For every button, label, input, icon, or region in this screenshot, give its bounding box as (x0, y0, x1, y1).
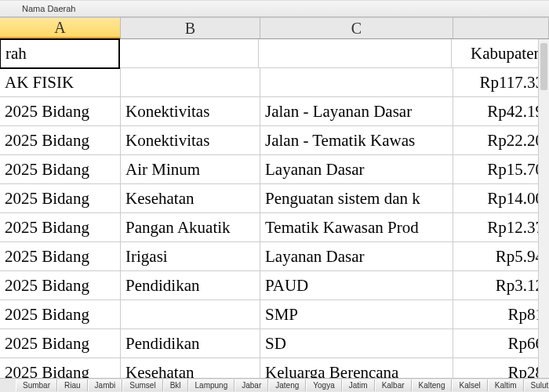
cell[interactable]: Pendidikan (121, 271, 260, 300)
sheet-tab[interactable]: Jabar (235, 379, 268, 391)
cell[interactable]: Kabupaten (452, 39, 547, 68)
cell[interactable]: Jalan - Tematik Kawas (260, 126, 453, 155)
sheet-tab[interactable]: Sumsel (122, 379, 162, 391)
cell[interactable]: 2025 Bidang (0, 271, 121, 300)
cell[interactable] (121, 68, 260, 97)
scroll-thumb[interactable] (540, 43, 547, 90)
cell[interactable]: 2025 Bidang (0, 97, 121, 126)
sheet-tab[interactable]: Kalsel (452, 379, 487, 391)
column-headers: A B C (0, 17, 549, 39)
cell[interactable]: Air Minum (121, 155, 260, 184)
cell[interactable]: Rp81 (453, 300, 549, 329)
formula-bar[interactable]: Nama Daerah (0, 0, 549, 17)
table-row: 2025 BidangKonektivitasJalan - Layanan D… (0, 97, 549, 126)
sheet-tab[interactable]: Yogya (306, 379, 341, 391)
cell[interactable]: Konektivitas (121, 97, 260, 126)
sheet-tab[interactable]: Kaltim (488, 379, 524, 391)
cell[interactable]: Rp66 (453, 329, 549, 358)
sheet-tab[interactable]: Jambi (88, 379, 123, 391)
sheet-tab[interactable]: Bkl (163, 379, 188, 391)
sheet-tab[interactable]: Riau (57, 379, 88, 391)
cell[interactable]: Layanan Dasar (260, 155, 453, 184)
col-header-c[interactable]: C (260, 17, 453, 38)
table-row: rahKabupaten (0, 39, 549, 68)
cell[interactable]: 2025 Bidang (0, 126, 121, 155)
cell[interactable]: AK FISIK (0, 68, 121, 97)
cell[interactable]: Rp14.00 (453, 184, 549, 213)
cell[interactable]: 2025 Bidang (0, 184, 121, 213)
cell[interactable]: Penguatan sistem dan k (260, 184, 453, 213)
cell[interactable]: 2025 Bidang (0, 155, 121, 184)
col-header-a[interactable]: A (0, 17, 121, 38)
sheet-tab[interactable]: Kalteng (412, 379, 453, 391)
cell[interactable]: Konektivitas (121, 126, 260, 155)
cell[interactable] (119, 39, 259, 68)
vertical-scrollbar[interactable] (538, 39, 549, 378)
table-row: 2025 BidangPangan AkuatikTematik Kawasan… (0, 213, 549, 242)
cell[interactable] (260, 68, 453, 97)
cell[interactable]: Pendidikan (121, 329, 260, 358)
sheet-tab[interactable]: Sulut (524, 379, 549, 391)
cell[interactable]: Pangan Akuatik (121, 213, 260, 242)
sheet-tab[interactable]: Jatim (342, 379, 375, 391)
cell[interactable]: Rp15.70 (453, 155, 549, 184)
cell[interactable]: PAUD (260, 271, 453, 300)
formula-bar-content: Nama Daerah (22, 4, 83, 13)
cell[interactable]: Rp12.37 (453, 213, 549, 242)
cell[interactable]: Rp5.94 (453, 242, 549, 271)
sheet-tab[interactable]: Kalbar (375, 379, 412, 391)
cell[interactable] (259, 39, 452, 68)
cell[interactable]: Layanan Dasar (260, 242, 453, 271)
cell[interactable]: Jalan - Layanan Dasar (260, 97, 453, 126)
cell[interactable]: Rp42.19 (453, 97, 549, 126)
cell[interactable]: 2025 Bidang (0, 242, 121, 271)
cell[interactable]: Kesehatan (121, 184, 260, 213)
sheet-tab[interactable]: Lampung (188, 379, 235, 391)
cell[interactable]: rah (0, 38, 120, 69)
cell[interactable]: Tematik Kawasan Prod (260, 213, 453, 242)
table-row: 2025 BidangKesehatanPenguatan sistem dan… (0, 184, 549, 213)
table-row: 2025 BidangKonektivitasJalan - Tematik K… (0, 126, 549, 155)
cell[interactable]: Rp22.20 (453, 126, 549, 155)
cell[interactable] (121, 300, 260, 329)
sheet-tabs: SumbarRiauJambiSumselBklLampungJabarJate… (0, 378, 549, 392)
cell[interactable]: 2025 Bidang (0, 329, 121, 358)
table-row: 2025 BidangPendidikanSDRp66 (0, 329, 549, 358)
table-row: 2025 BidangSMPRp81 (0, 300, 549, 329)
sheet-tab[interactable]: Jateng (268, 379, 306, 391)
cell[interactable]: SMP (260, 300, 453, 329)
table-row: 2025 BidangPendidikanPAUDRp3.12 (0, 271, 549, 300)
col-header-d[interactable] (453, 17, 549, 38)
spreadsheet-grid[interactable]: rahKabupatenAK FISIKRp117.33 2025 Bidang… (0, 39, 549, 387)
col-header-b[interactable]: B (121, 17, 260, 38)
table-row: 2025 BidangIrigasiLayanan DasarRp5.94 (0, 242, 549, 271)
cell[interactable]: 2025 Bidang (0, 213, 121, 242)
table-row: 2025 BidangAir MinumLayanan DasarRp15.70 (0, 155, 549, 184)
cell[interactable]: SD (260, 329, 453, 358)
table-row: AK FISIKRp117.33 (0, 68, 549, 97)
cell[interactable]: Rp3.12 (453, 271, 549, 300)
cell[interactable]: Irigasi (121, 242, 260, 271)
cell[interactable]: Rp117.33 (453, 68, 549, 97)
sheet-tab[interactable]: Sumbar (16, 379, 57, 391)
cell[interactable]: 2025 Bidang (0, 300, 121, 329)
